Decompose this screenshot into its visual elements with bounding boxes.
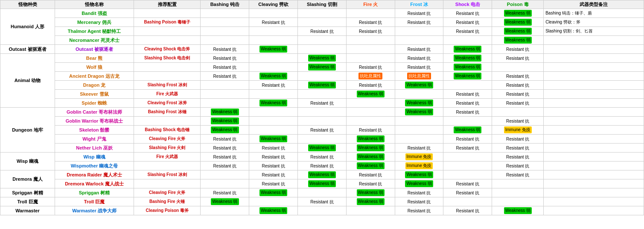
recommended-weapon <box>134 27 200 36</box>
resistance-cell-slash <box>298 206 347 215</box>
resistance-cell-shock: Resistant 抗 <box>443 90 492 99</box>
resistance-cell-shock: Resistant 抗 <box>443 18 492 27</box>
resistance-cell-frost <box>395 90 443 99</box>
resistance-cell-slash: Resistant 抗 <box>298 153 347 161</box>
resistance-cell-slash: Resistant 抗 <box>298 27 347 36</box>
resistance-cell-frost: Resistant 抗 <box>395 206 443 215</box>
resistance-cell-poison: Resistant 抗 <box>492 54 544 63</box>
resistance-cell-cleave: Weakness 弱 <box>249 188 298 197</box>
table-row: Dungeon 地牢Goblin Caster 哥布林法师Bashing Fro… <box>0 108 644 117</box>
resistance-cell-shock <box>443 36 492 45</box>
recommended-weapon: Slashing Frost 冰剑 <box>134 170 200 179</box>
resistance-cell-poison <box>492 108 544 117</box>
resistance-cell-bash: Resistant 抗 <box>201 153 249 161</box>
monster-name: Bear 熊 <box>55 54 134 63</box>
resistance-cell-bash: Resistant 抗 <box>201 144 249 153</box>
resistance-cell-cleave: Resistant 抗 <box>249 81 298 90</box>
resistance-cell-slash <box>298 117 347 126</box>
resistance-cell-frost <box>395 126 443 135</box>
resistance-cell-poison: Resistant 抗 <box>492 90 544 99</box>
resistance-cell-fire: Weakness 弱 <box>346 153 395 161</box>
resistance-cell-bash <box>201 9 249 18</box>
resistance-cell-slash <box>298 9 347 18</box>
resistance-cell-poison: Weakness 弱 <box>492 18 544 27</box>
notes-cell: Slashing 切割：剑、匕首 <box>544 27 644 36</box>
resistance-cell-poison: Resistant 抗 <box>492 135 544 144</box>
monster-name: Mercenary 佣兵 <box>55 18 134 27</box>
resistance-cell-poison <box>492 179 544 188</box>
notes-cell: Bashing 钝击：锤子、盾 <box>544 9 644 18</box>
table-row: Dremora Warlock 魔人战士Resistant 抗Weakness … <box>0 179 644 188</box>
monster-name: Spriggan 树精 <box>55 188 134 197</box>
resistance-cell-poison: Resistant 抗 <box>492 99 544 108</box>
resistance-cell-shock: Resistant 抗 <box>443 9 492 18</box>
resistance-cell-slash: Weakness 弱 <box>298 63 347 72</box>
resistance-cell-shock <box>443 153 492 161</box>
notes-cell <box>544 81 644 90</box>
recommended-weapon: Slashing Frost 冰剑 <box>134 81 200 90</box>
resistance-cell-bash: Weakness 弱 <box>201 117 249 126</box>
recommended-weapon: Slashing Fire 火剑 <box>134 144 200 153</box>
resistance-cell-shock: Resistant 抗 <box>443 179 492 188</box>
monster-name: Goblin Warrior 哥布林战士 <box>55 117 134 126</box>
resistance-cell-frost: Resistant 抗 <box>395 18 443 27</box>
resistance-cell-fire <box>346 45 395 54</box>
table-row: Dragon 龙Slashing Frost 冰剑Resistant 抗Weak… <box>0 81 644 90</box>
monster-name: Outcast 被驱逐者 <box>55 45 134 54</box>
monster-type: Spriggan 树精 <box>0 188 55 197</box>
monster-name: Wight 尸鬼 <box>55 135 134 144</box>
resistance-cell-shock <box>443 117 492 126</box>
resistance-cell-slash: Weakness 弱 <box>298 179 347 188</box>
resistance-cell-slash <box>298 135 347 144</box>
header-rec: 推荐配置 <box>134 0 200 9</box>
recommended-weapon: Fire 火武器 <box>134 153 200 161</box>
resistance-cell-poison: Resistant 抗 <box>492 161 544 170</box>
resistance-cell-fire: Weakness 弱 <box>346 197 395 206</box>
resistance-cell-fire: Resistant 抗 <box>346 18 395 27</box>
table-row: Thalmor Agent 秘默特工Resistant 抗Resistant 抗… <box>0 27 644 36</box>
monster-type: Dungeon 地牢 <box>0 108 55 153</box>
resistance-cell-fire: Weakness 弱 <box>346 161 395 170</box>
resistance-cell-frost <box>395 135 443 144</box>
resistance-cell-cleave: Resistant 抗 <box>249 144 298 153</box>
resistance-cell-poison: Resistant 抗 <box>492 144 544 153</box>
notes-cell <box>544 90 644 99</box>
notes-cell <box>544 36 644 45</box>
resistance-cell-frost: Weakness 弱 <box>395 179 443 188</box>
monster-name: Spider 蜘蛛 <box>55 99 134 108</box>
monster-name: Nether Lich 巫妖 <box>55 144 134 153</box>
resistance-cell-cleave <box>249 126 298 135</box>
recommended-weapon <box>134 179 200 188</box>
table-row: Spider 蜘蛛Cleaving Frost 冰斧Weakness 弱Resi… <box>0 99 644 108</box>
resistance-cell-frost: Immune 免疫 <box>395 153 443 161</box>
resistance-cell-poison <box>492 197 544 206</box>
resistance-cell-poison: Weakness 弱 <box>492 27 544 36</box>
resistance-cell-cleave <box>249 36 298 45</box>
resistance-cell-bash <box>201 18 249 27</box>
resistance-cell-poison: Resistant 抗 <box>492 153 544 161</box>
resistance-cell-bash: Weakness 弱 <box>201 126 249 135</box>
recommended-weapon <box>134 72 200 81</box>
resistance-cell-frost <box>395 36 443 45</box>
resistance-cell-poison: Weakness 弱 <box>492 206 544 215</box>
resistance-cell-slash: Weakness 弱 <box>298 81 347 90</box>
monster-name: Dragon 龙 <box>55 81 134 90</box>
monster-type: Animal 动物 <box>0 54 55 108</box>
resistance-cell-fire: Resistant 抗 <box>346 27 395 36</box>
resistance-cell-shock <box>443 197 492 206</box>
resistance-cell-bash: Weakness 弱 <box>201 108 249 117</box>
table-row: Outcast 被驱逐者Outcast 被驱逐者Cleaving Shock 电… <box>0 45 644 54</box>
resistance-cell-slash <box>298 45 347 54</box>
recommended-weapon: Bashing Frost 冰锤 <box>134 108 200 117</box>
recommended-weapon <box>134 36 200 45</box>
recommended-weapon <box>134 117 200 126</box>
resistance-cell-fire: Resistant 抗 <box>346 81 395 90</box>
monster-name: Wispmother 幽魂之母 <box>55 161 134 170</box>
resistance-cell-shock: Resistant 抗 <box>443 144 492 153</box>
header-slash: Slashing 切割 <box>298 0 347 9</box>
recommended-weapon: Bashing Poison 毒锤子 <box>134 18 200 27</box>
table-row: WarmasterWarmaster 战争大师Cleaving Poison 毒… <box>0 206 644 215</box>
resistance-cell-slash: Resistant 抗 <box>298 197 347 206</box>
resistance-cell-slash <box>298 188 347 197</box>
resistance-cell-fire: Resistant 抗 <box>346 63 395 72</box>
